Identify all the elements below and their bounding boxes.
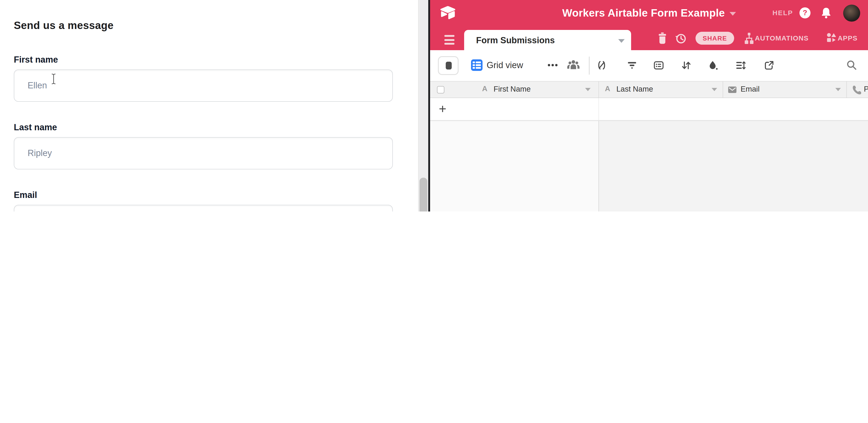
view-toolbar: Grid view [430, 50, 868, 81]
last-name-input[interactable] [14, 137, 393, 170]
column-divider [598, 98, 599, 120]
email-field-type-icon [728, 87, 737, 93]
text-field-type-icon: A [482, 85, 487, 93]
apps-button[interactable]: APPS [838, 34, 858, 42]
airtable-topbar: Workers Airtable Form Example HELP ? [430, 0, 868, 26]
hide-fields-icon[interactable] [597, 60, 607, 70]
share-view-icon[interactable] [764, 60, 774, 70]
email-input[interactable] [14, 205, 393, 212]
add-row[interactable]: + [430, 98, 868, 121]
table-body-empty [430, 121, 868, 212]
first-name-input[interactable] [14, 69, 393, 102]
color-icon[interactable] [708, 60, 718, 70]
phone-field-type-icon [851, 85, 861, 95]
help-button[interactable]: HELP [772, 9, 793, 17]
collaborators-icon[interactable] [567, 60, 580, 70]
page-scrollbar-track[interactable] [418, 0, 429, 212]
base-title[interactable]: Workers Airtable Form Example [562, 7, 725, 19]
last-name-label: Last name [14, 122, 393, 132]
last-name-group: Last name [14, 122, 393, 170]
search-icon[interactable] [846, 60, 857, 70]
history-icon[interactable] [675, 33, 687, 44]
first-name-label: First name [14, 55, 393, 65]
contact-form-pane: Send us a message First name Last name E… [0, 0, 418, 212]
airtable-window: Workers Airtable Form Example HELP ? For… [430, 0, 868, 212]
user-avatar[interactable] [843, 5, 860, 22]
screenshot-root: Send us a message First name Last name E… [0, 0, 868, 212]
tab-form-submissions[interactable]: Form Submissions [464, 30, 631, 50]
select-all-checkbox[interactable] [437, 86, 444, 93]
column-header-last-name[interactable]: A Last Name [598, 82, 723, 98]
page-scrollbar-thumb[interactable] [420, 178, 427, 212]
column-caret-icon[interactable] [712, 88, 717, 91]
text-cursor [51, 73, 57, 85]
text-field-type-icon: A [605, 85, 610, 93]
base-title-caret-icon[interactable] [729, 12, 736, 16]
toolbar-divider [589, 57, 590, 74]
column-caret-icon[interactable] [585, 88, 591, 91]
add-row-plus-icon[interactable]: + [439, 98, 446, 120]
email-group: Email [14, 190, 393, 212]
email-label: Email [14, 190, 393, 200]
row-height-icon[interactable] [736, 60, 746, 70]
active-table-name: Form Submissions [476, 30, 555, 51]
window-divider [428, 0, 430, 212]
share-button[interactable]: SHARE [695, 32, 734, 44]
filter-icon[interactable] [627, 60, 637, 70]
automations-button[interactable]: AUTOMATIONS [755, 34, 809, 42]
grid-view-icon[interactable] [471, 59, 483, 71]
table-header-row: A First Name A Last Name Email [430, 81, 868, 98]
help-question-icon[interactable]: ? [800, 7, 810, 19]
select-all-cell [430, 82, 448, 98]
notifications-bell-icon[interactable] [821, 7, 831, 19]
automations-icon[interactable] [745, 33, 753, 44]
primary-column-area [430, 121, 599, 212]
first-name-group: First name [14, 55, 393, 102]
more-options-icon[interactable] [548, 64, 560, 67]
column-caret-icon[interactable] [835, 88, 841, 91]
form-title: Send us a message [14, 19, 114, 32]
sort-icon[interactable] [681, 60, 691, 70]
sidebar-toggle-icon [446, 62, 452, 69]
group-icon[interactable] [654, 60, 664, 70]
column-header-phone[interactable]: Phone [846, 82, 868, 98]
sidebar-menu-icon[interactable] [444, 35, 455, 47]
column-header-first-name[interactable]: A First Name [448, 82, 598, 98]
airtable-table-tabs-bar: Form Submissions SHARE AUTOMATIONS APPS [430, 26, 868, 50]
view-sidebar-toggle-button[interactable] [438, 56, 459, 75]
table-caret-icon[interactable] [618, 39, 625, 43]
column-header-email[interactable]: Email [723, 82, 847, 98]
view-name-label[interactable]: Grid view [487, 60, 523, 70]
apps-icon[interactable] [827, 33, 836, 43]
trash-icon[interactable] [658, 32, 666, 44]
